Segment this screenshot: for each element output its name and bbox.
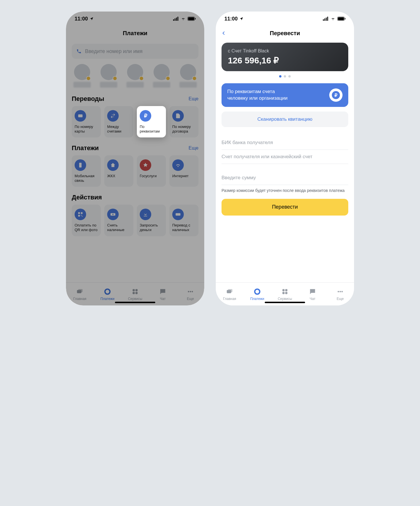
page-title-row: Перевести xyxy=(216,26,354,40)
submit-transfer-button[interactable]: Перевести xyxy=(222,199,348,216)
tile-label: Между счетами xyxy=(107,124,130,133)
tile-withdraw-cash[interactable]: Снять наличные xyxy=(104,205,133,236)
svg-rect-25 xyxy=(190,291,191,292)
svg-rect-18 xyxy=(78,289,83,292)
more-link[interactable]: Еще xyxy=(188,145,198,151)
section-title: Действия xyxy=(72,194,102,201)
scan-label: Сканировать квитанцию xyxy=(257,116,312,122)
document-icon xyxy=(172,110,184,122)
contact-item[interactable] xyxy=(125,64,145,88)
home-indicator xyxy=(115,302,155,303)
svg-rect-29 xyxy=(326,18,327,21)
qr-icon xyxy=(75,209,86,220)
chat-icon xyxy=(309,288,317,296)
back-button[interactable] xyxy=(222,30,226,37)
tile-mobile[interactable]: Мобильная связь xyxy=(72,155,101,187)
battery-icon xyxy=(337,17,345,21)
contact-item[interactable] xyxy=(151,64,172,88)
svg-rect-40 xyxy=(285,292,287,294)
page-title: Перевести xyxy=(270,30,300,37)
svg-rect-21 xyxy=(135,289,138,291)
tile-label: По номеру договора xyxy=(172,124,196,133)
phone-payments-screen: 11:00 Платежи xyxy=(66,12,204,305)
svg-rect-37 xyxy=(282,289,285,291)
svg-rect-8 xyxy=(79,163,82,168)
svg-rect-27 xyxy=(323,19,324,21)
svg-point-19 xyxy=(105,289,110,294)
svg-rect-6 xyxy=(195,18,196,20)
scan-receipt-button[interactable]: Сканировать квитанцию xyxy=(222,112,348,127)
contacts-row xyxy=(72,64,198,88)
home-icon xyxy=(107,159,119,171)
submit-label: Перевести xyxy=(272,204,298,210)
svg-rect-10 xyxy=(81,212,83,214)
home-indicator xyxy=(265,302,305,303)
tile-qr-pay[interactable]: Оплатить по QR или фото xyxy=(72,205,101,236)
field-recipient-account[interactable] xyxy=(222,150,348,164)
wifi-icon xyxy=(330,17,336,21)
tab-label: Главная xyxy=(73,297,86,301)
emblem-icon xyxy=(140,159,151,171)
tab-more[interactable]: Еще xyxy=(177,283,204,305)
contact-name-blur xyxy=(126,82,144,88)
requisites-text: По реквизитам счета человеку или организ… xyxy=(227,88,287,102)
svg-rect-43 xyxy=(341,291,343,292)
source-account-card[interactable]: с Счет Tinkoff Black 126 596,16 ₽ xyxy=(222,43,348,71)
tile-request-money[interactable]: Запросить деньги xyxy=(137,205,166,236)
svg-rect-11 xyxy=(78,215,80,217)
tile-by-contract[interactable]: По номеру договора xyxy=(169,106,198,137)
tile-gosuslugi[interactable]: Госуслуги xyxy=(137,155,166,187)
tile-between-accounts[interactable]: Между счетами xyxy=(104,106,133,137)
svg-rect-12 xyxy=(81,215,82,216)
contact-name-blur xyxy=(153,82,170,88)
svg-rect-1 xyxy=(175,18,175,21)
grid-icon xyxy=(131,288,139,296)
tile-zhkh[interactable]: ЖКХ xyxy=(104,155,133,187)
tab-home[interactable]: Главная xyxy=(216,283,243,305)
svg-rect-7 xyxy=(78,114,83,117)
svg-point-15 xyxy=(112,214,113,215)
tile-cash-transfer[interactable]: Перевод с наличных xyxy=(169,205,198,236)
field-amount[interactable] xyxy=(222,171,348,185)
section-title: Платежи xyxy=(72,144,99,152)
tab-label: Платежи xyxy=(101,297,115,301)
contact-item[interactable] xyxy=(72,64,92,88)
account-from-label: с Счет Tinkoff Black xyxy=(228,48,342,54)
search-input[interactable]: Введите номер или имя xyxy=(72,44,198,59)
more-icon xyxy=(186,288,194,296)
contact-item[interactable] xyxy=(98,64,119,88)
phone-icon xyxy=(76,49,82,54)
svg-rect-2 xyxy=(176,18,177,21)
tile-label: Госуслуги xyxy=(140,174,163,178)
requisites-banner[interactable]: По реквизитам счета человеку или организ… xyxy=(222,83,348,107)
tile-by-requisites[interactable]: ₽ По реквизитам xyxy=(137,106,166,137)
tile-internet[interactable]: Интернет xyxy=(169,155,198,187)
more-link[interactable]: Еще xyxy=(188,96,198,102)
avatar xyxy=(74,64,90,80)
field-bik[interactable] xyxy=(222,136,348,150)
section-header-transfers: Переводы Еще xyxy=(72,95,198,103)
cellular-icon xyxy=(173,17,179,21)
avatar xyxy=(154,64,170,80)
location-icon xyxy=(239,17,243,21)
page-title: Платежи xyxy=(123,30,147,37)
grid-icon xyxy=(281,288,289,296)
tab-home[interactable]: Главная xyxy=(66,283,94,305)
svg-rect-16 xyxy=(176,213,181,216)
cellular-icon xyxy=(323,17,329,21)
fee-note: Размер комиссии будет уточнен после ввод… xyxy=(222,188,348,194)
svg-rect-5 xyxy=(188,17,194,20)
svg-rect-24 xyxy=(188,291,189,292)
contact-item[interactable] xyxy=(178,64,198,88)
svg-point-36 xyxy=(255,289,260,294)
location-icon xyxy=(90,17,94,21)
tile-by-card[interactable]: По номеру карты xyxy=(72,106,101,137)
svg-rect-22 xyxy=(133,292,135,294)
banknote-icon xyxy=(107,209,119,220)
ruble-coin-icon: ₽ xyxy=(329,88,343,102)
svg-rect-23 xyxy=(135,292,138,294)
battery-icon xyxy=(188,17,196,21)
tab-more[interactable]: Еще xyxy=(326,283,354,305)
svg-rect-30 xyxy=(327,17,328,21)
section-title: Переводы xyxy=(72,95,104,103)
